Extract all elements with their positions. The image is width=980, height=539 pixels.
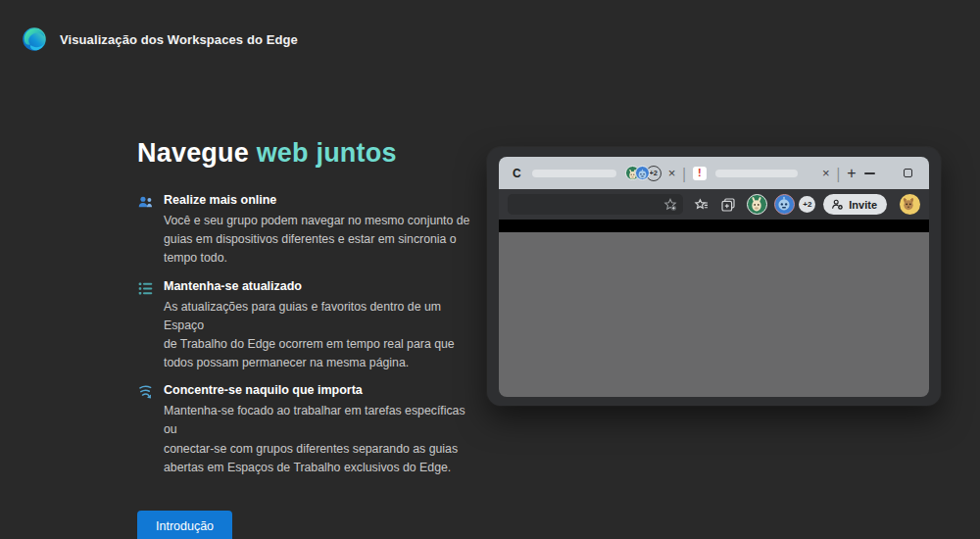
feature-list: Realize mais online Você e seu grupo pod… <box>137 193 470 477</box>
browser-mockup-illustration: C +2 × | ! × | + <box>487 147 941 406</box>
feature-body: Mantenha-se focado ao trabalhar em taref… <box>164 402 470 477</box>
people-icon <box>137 193 154 269</box>
mock-tab-strip: C +2 × | ! × | + <box>499 157 929 189</box>
feature-title: Mantenha-se atualizado <box>164 279 470 293</box>
add-favorite-star-icon <box>662 197 678 213</box>
member-avatar-llama-icon <box>747 194 767 215</box>
introduction-button[interactable]: Introdução <box>137 511 232 539</box>
hero-heading-start: Navegue <box>137 138 257 168</box>
page-title: Visualização dos Workspaces do Edge <box>60 32 298 47</box>
tab-alert-favicon: ! <box>693 167 707 180</box>
invite-button: Invite <box>823 194 887 215</box>
member-avatar-cat-icon <box>900 194 920 215</box>
feature-body: Você e seu grupo podem navegar no mesmo … <box>164 212 469 269</box>
focus-icon <box>137 383 154 477</box>
tab-title-skeleton <box>715 170 798 177</box>
intro-panel: Navegue web juntos Realize mais online V… <box>137 138 470 539</box>
tab-divider: | <box>837 164 841 181</box>
person-add-icon <box>831 198 844 211</box>
member-avatar-robot-icon <box>635 166 650 180</box>
mock-address-bar <box>508 194 683 215</box>
window-maximize-icon <box>904 169 912 177</box>
edge-logo-icon <box>22 26 47 52</box>
collections-icon <box>720 197 736 213</box>
invite-label: Invite <box>849 199 877 211</box>
hero-heading: Navegue web juntos <box>137 138 470 169</box>
feature-item: Concentre-se naquilo que importa Mantenh… <box>137 383 470 477</box>
tab-divider: | <box>682 164 686 181</box>
feature-item: Mantenha-se atualizado As atualizações p… <box>137 279 470 373</box>
mock-page-header-bar <box>499 220 929 232</box>
feature-body: As atualizações para guias e favoritos d… <box>164 298 470 373</box>
tab-title-skeleton <box>532 170 616 177</box>
list-icon <box>137 279 154 373</box>
feature-item: Realize mais online Você e seu grupo pod… <box>137 193 470 269</box>
tab-close-icon: × <box>668 166 676 180</box>
favorites-star-list-icon <box>694 197 710 213</box>
tab-close-icon: × <box>822 166 830 180</box>
feature-title: Realize mais online <box>164 193 469 207</box>
window-minimize-icon <box>864 172 875 174</box>
tab-favicon-letter: C <box>513 167 521 180</box>
feature-title: Concentre-se naquilo que importa <box>164 383 470 397</box>
hero-heading-accent: web juntos <box>257 138 397 168</box>
app-header: Visualização dos Workspaces do Edge <box>22 26 298 52</box>
member-avatar-robot-icon <box>774 194 795 215</box>
new-tab-icon: + <box>847 165 856 182</box>
mock-page-content <box>499 232 929 397</box>
mock-toolbar: +2 Invite <box>499 189 929 220</box>
member-overflow-badge: +2 <box>799 196 815 213</box>
